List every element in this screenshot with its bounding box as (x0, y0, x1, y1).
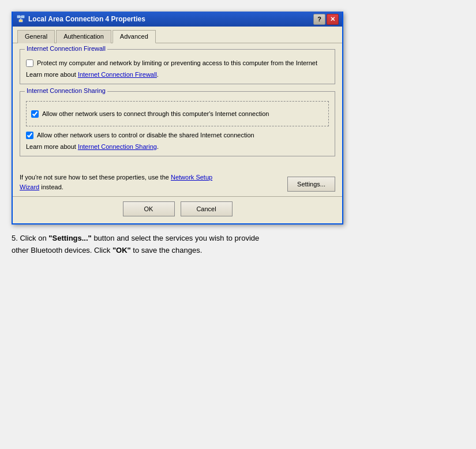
firewall-section-label: Internet Connection Firewall (25, 45, 107, 52)
instruction-text: 5. Click on "Settings..." button and sel… (12, 233, 343, 257)
sharing-checkbox1-label: Allow other network users to connect thr… (42, 110, 269, 118)
dialog-title: Local Area Connection 4 Properties (28, 15, 145, 23)
dialog-window: Local Area Connection 4 Properties ? ✕ G… (12, 12, 343, 224)
svg-rect-1 (21, 16, 24, 18)
bottom-hint-area: If you're not sure how to set these prop… (13, 169, 342, 196)
sharing-section-label: Internet Connection Sharing (25, 87, 107, 94)
sharing-checkbox1[interactable] (31, 110, 39, 118)
instruction-after2: to save the changes. (131, 246, 203, 255)
firewall-section: Internet Connection Firewall Protect my … (20, 49, 335, 84)
instruction-after1: button and select the services you wish … (92, 234, 260, 242)
settings-button[interactable]: Settings... (287, 177, 335, 192)
sharing-learn-more-prefix: Learn more about (26, 143, 78, 150)
sharing-checkbox2[interactable] (26, 132, 33, 139)
sharing-checkbox1-row: Allow other network users to connect thr… (31, 110, 324, 118)
title-bar: Local Area Connection 4 Properties ? ✕ (13, 12, 342, 27)
help-button[interactable]: ? (313, 14, 325, 25)
instruction-prefix1: 5. Click on (12, 234, 48, 242)
tab-authentication[interactable]: Authentication (56, 30, 111, 43)
instruction-prefix2: other Bluetooth devices. Click (12, 246, 113, 255)
sharing-learn-more: Learn more about Internet Connection Sha… (26, 143, 329, 150)
sharing-learn-more-suffix: . (157, 143, 159, 150)
hint-text: If you're not sure how to set these prop… (20, 173, 222, 192)
instruction-bold2: "OK" (113, 246, 131, 255)
instruction-bold1: "Settings..." (48, 234, 91, 242)
title-bar-left: Local Area Connection 4 Properties (16, 14, 145, 24)
network-connection-icon (16, 14, 25, 24)
firewall-checkbox[interactable] (26, 59, 33, 67)
firewall-checkbox-label: Protect my computer and network by limit… (37, 59, 317, 68)
tab-advanced[interactable]: Advanced (113, 30, 156, 43)
svg-rect-3 (19, 20, 23, 22)
close-button[interactable]: ✕ (327, 14, 339, 25)
dialog-footer: OK Cancel (13, 196, 342, 223)
sharing-checkbox2-label: Allow other network users to control or … (37, 131, 254, 140)
firewall-learn-more: Learn more about Internet Connection Fir… (26, 71, 329, 78)
tab-general[interactable]: General (17, 30, 55, 43)
tabs-row: General Authentication Advanced (13, 27, 342, 43)
cancel-button[interactable]: Cancel (181, 201, 233, 216)
firewall-learn-more-suffix: . (157, 71, 159, 78)
sharing-link[interactable]: Internet Connection Sharing (78, 143, 157, 150)
firewall-checkbox-row: Protect my computer and network by limit… (26, 59, 329, 68)
title-bar-buttons: ? ✕ (313, 14, 339, 25)
firewall-learn-more-prefix: Learn more about (26, 71, 78, 78)
sharing-checkbox1-bordered: Allow other network users to connect thr… (26, 101, 329, 126)
ok-button[interactable]: OK (123, 201, 175, 216)
sharing-checkbox2-row: Allow other network users to control or … (26, 131, 329, 140)
firewall-link[interactable]: Internet Connection Firewall (78, 71, 157, 78)
hint-suffix: instead. (39, 184, 63, 190)
hint-prefix: If you're not sure how to set these prop… (20, 174, 171, 181)
svg-rect-0 (17, 16, 20, 18)
dialog-body: Internet Connection Firewall Protect my … (13, 43, 342, 169)
sharing-section: Internet Connection Sharing Allow other … (20, 91, 335, 156)
